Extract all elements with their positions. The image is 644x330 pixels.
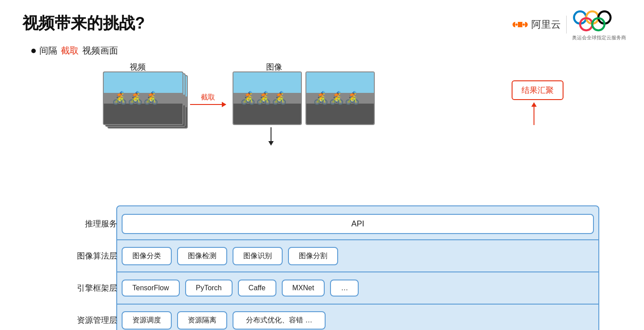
arch-outer-box: 推理服务 API 图像算法层 图像分类 图像检测 图像识别 图像分割 引擎框 [116, 205, 599, 330]
arch-row-resource: 资源管理层 资源调度 资源隔离 分布式优化、容错 … [122, 307, 594, 330]
result-box: 结果汇聚 [512, 80, 564, 100]
arrow-up-result-line [534, 103, 534, 125]
diagram-area: 视频 图像 截取 [22, 58, 622, 147]
arch-box-pytorch: PyTorch [185, 280, 233, 297]
arrow-jiequ-label: 截取 [201, 93, 215, 102]
arch-box-engine-etc: … [330, 280, 359, 297]
sponsor-text: 奥运会全球指定云服务商 [572, 34, 626, 41]
arch-box-isolate: 资源隔离 [177, 311, 227, 330]
arch-box-api: API [122, 214, 594, 234]
bullet-text-before: 间隔 [39, 45, 57, 57]
arch-box-detect: 图像检测 [177, 247, 227, 265]
arch-box-mxnet: MXNet [282, 280, 325, 297]
arch-row-inference: 推理服务 API [122, 211, 594, 237]
arch-content-inference: API [122, 214, 594, 234]
logo-area: 阿里云 奥运会全球指定云服务商 [512, 8, 626, 41]
arrow-jiequ: 截取 [190, 93, 226, 105]
arch-content-resource: 资源调度 资源隔离 分布式优化、容错 … [122, 311, 594, 330]
image-label: 图像 [266, 62, 282, 72]
arch-row-engine: 引擎框架层 TensorFlow PyTorch Caffe MXNet … [122, 275, 594, 301]
aliyun-logo: 阿里云 [512, 18, 561, 31]
bullet-text-after: 视频画面 [82, 45, 118, 57]
video-label: 视频 [130, 62, 146, 72]
flow-section: 视频 图像 截取 [22, 58, 622, 143]
aliyun-brand-text: 阿里云 [531, 18, 561, 31]
arrow-up-result [534, 103, 534, 125]
arch-label-engine: 引擎框架层 [48, 283, 117, 293]
architecture-table: 推理服务 API 图像算法层 图像分类 图像检测 图像识别 图像分割 引擎框 [45, 205, 599, 330]
aliyun-icon [512, 18, 529, 31]
image-frame-2 [305, 71, 375, 125]
page-title: 视频带来的挑战? [22, 13, 145, 34]
separator-1 [117, 239, 598, 240]
arch-label-algorithm: 图像算法层 [48, 251, 117, 261]
olympic-section: 奥运会全球指定云服务商 [572, 8, 626, 41]
arch-box-distribute: 分布式优化、容错 … [233, 311, 326, 330]
svg-point-4 [523, 23, 525, 25]
arrow-down [271, 127, 271, 145]
arch-box-caffe: Caffe [238, 280, 276, 297]
separator-3 [117, 304, 598, 305]
arch-box-segment: 图像分割 [288, 247, 338, 265]
image-frame-1 [233, 71, 302, 125]
bullet-dot [31, 49, 36, 53]
arch-content-engine: TensorFlow PyTorch Caffe MXNet … [122, 280, 594, 297]
arch-row-algorithm: 图像算法层 图像分类 图像检测 图像识别 图像分割 [122, 243, 594, 269]
arch-box-classify: 图像分类 [122, 247, 172, 265]
separator-2 [117, 272, 598, 272]
arrow-jiequ-line [190, 104, 226, 105]
arrow-down-line [271, 127, 271, 145]
arch-label-resource: 资源管理层 [48, 315, 117, 326]
logo-divider [566, 16, 567, 33]
video-frame-main [103, 71, 183, 125]
arch-content-algorithm: 图像分类 图像检测 图像识别 图像分割 [122, 247, 594, 265]
bullet-section: 间隔截取视频画面 [31, 45, 118, 57]
image-frames [233, 71, 375, 125]
bullet-highlight: 截取 [61, 45, 79, 57]
svg-point-3 [516, 23, 518, 25]
svg-rect-0 [513, 22, 528, 27]
arch-box-schedule: 资源调度 [122, 311, 172, 330]
arch-box-tensorflow: TensorFlow [122, 280, 180, 297]
arch-label-inference: 推理服务 [48, 218, 117, 229]
arch-box-recognize: 图像识别 [233, 247, 283, 265]
